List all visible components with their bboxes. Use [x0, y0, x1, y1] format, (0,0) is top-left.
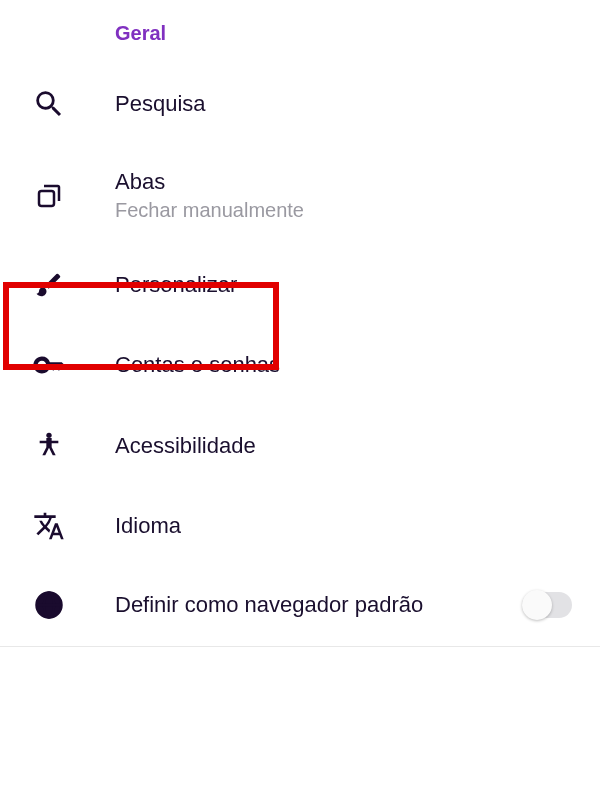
default-browser-toggle[interactable]	[522, 592, 572, 618]
settings-item-default-browser[interactable]: Definir como navegador padrão	[0, 566, 600, 644]
search-icon	[28, 87, 70, 121]
settings-item-accounts[interactable]: Contas e senhas	[0, 324, 600, 406]
section-header-general: Geral	[0, 0, 600, 63]
brush-icon	[28, 270, 70, 300]
settings-item-customize[interactable]: Personalizar	[0, 246, 600, 324]
toggle-knob	[522, 590, 552, 620]
item-label: Idioma	[115, 513, 181, 539]
item-label: Pesquisa	[115, 91, 206, 117]
item-label: Abas	[115, 169, 304, 195]
key-icon	[28, 348, 70, 382]
settings-item-language[interactable]: Idioma	[0, 486, 600, 566]
globe-icon	[28, 590, 70, 620]
translate-icon	[28, 510, 70, 542]
item-sublabel: Fechar manualmente	[115, 199, 304, 222]
item-label: Personalizar	[115, 272, 237, 298]
item-label: Contas e senhas	[115, 352, 280, 378]
svg-rect-0	[39, 191, 54, 206]
svg-point-1	[46, 433, 51, 438]
settings-item-accessibility[interactable]: Acessibilidade	[0, 406, 600, 486]
accessibility-icon	[28, 430, 70, 462]
settings-item-search[interactable]: Pesquisa	[0, 63, 600, 145]
item-label: Definir como navegador padrão	[115, 592, 423, 618]
settings-item-tabs[interactable]: Abas Fechar manualmente	[0, 145, 600, 246]
item-label: Acessibilidade	[115, 433, 256, 459]
tabs-icon	[28, 181, 70, 211]
divider	[0, 646, 600, 647]
